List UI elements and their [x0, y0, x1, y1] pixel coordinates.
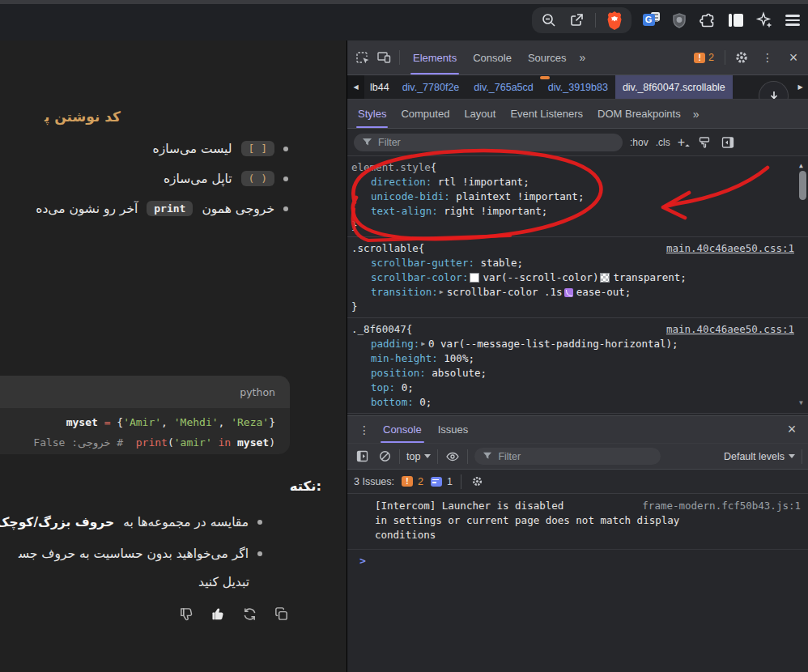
- color-swatch[interactable]: [470, 273, 479, 283]
- css-value[interactable]: right !important;: [438, 204, 547, 219]
- console-filter-input[interactable]: Filter: [474, 448, 661, 465]
- log-levels-dropdown[interactable]: Default levels: [724, 451, 795, 462]
- css-declaration[interactable]: min-height: 100%;: [351, 351, 794, 366]
- menu-hamburger-icon[interactable]: [784, 11, 802, 29]
- scrollbar-down-icon[interactable]: ▼: [799, 396, 803, 410]
- issues-badge[interactable]: ! 2: [694, 52, 714, 63]
- tab-elements[interactable]: Elements: [405, 40, 465, 74]
- css-declaration[interactable]: padding:▶0 var(--message-list-padding-ho…: [351, 337, 794, 351]
- expand-triangle-icon[interactable]: ▶: [440, 285, 444, 300]
- issues-settings-gear-icon[interactable]: [470, 474, 486, 490]
- css-value[interactable]: 100%;: [438, 351, 474, 366]
- console-source-link[interactable]: frame-modern.fcf50b43.js:1: [632, 499, 801, 513]
- breadcrumb-item[interactable]: div._7780f2e: [395, 75, 467, 99]
- thumbs-down-icon[interactable]: [177, 605, 195, 623]
- breadcrumb-scroll-right-icon[interactable]: ▶: [792, 75, 808, 99]
- css-value[interactable]: plaintext !important;: [450, 189, 585, 204]
- css-rule-scrollable[interactable]: .scrollable { main.40c46aee50.css:1 scro…: [347, 237, 808, 318]
- css-declaration[interactable]: top: 0;: [351, 381, 794, 395]
- css-property[interactable]: padding:: [371, 337, 419, 351]
- tab-console[interactable]: Console: [465, 40, 520, 74]
- google-translate-icon[interactable]: G: [642, 11, 660, 29]
- css-declaration[interactable]: bottom: 0;: [351, 395, 794, 410]
- css-value[interactable]: var(--scroll-color): [483, 270, 598, 285]
- css-value[interactable]: stable;: [474, 256, 523, 270]
- new-style-rule-icon[interactable]: +: [678, 135, 689, 150]
- css-property[interactable]: text-align:: [371, 204, 438, 219]
- device-toolbar-icon[interactable]: [373, 47, 394, 68]
- context-selector-dropdown[interactable]: top: [406, 451, 431, 462]
- rule-selector[interactable]: ._8f60047: [351, 322, 406, 337]
- rule-selector[interactable]: .scrollable: [351, 241, 419, 256]
- css-value[interactable]: transparent;: [613, 270, 686, 285]
- css-value[interactable]: 0;: [395, 381, 414, 395]
- css-declaration[interactable]: scrollbar-gutter: stable;: [351, 256, 794, 270]
- css-rule-8f60047[interactable]: ._8f60047 { main.40c46aee50.css:1 paddin…: [347, 318, 808, 414]
- format-brush-icon[interactable]: [696, 134, 712, 151]
- css-property[interactable]: unicode-bidi:: [371, 189, 450, 204]
- leo-ai-sparkle-icon[interactable]: [755, 11, 773, 29]
- css-property[interactable]: position:: [371, 366, 426, 381]
- tab-issues[interactable]: Issues: [430, 416, 477, 443]
- more-tabs-icon[interactable]: »: [575, 51, 591, 64]
- share-icon[interactable]: [568, 11, 585, 29]
- css-value[interactable]: ease-out;: [576, 285, 632, 300]
- color-swatch-transparent[interactable]: [600, 273, 610, 283]
- issues-summary-label[interactable]: 3 Issues:: [354, 476, 394, 487]
- tab-layout[interactable]: Layout: [457, 100, 503, 128]
- breadcrumb-item[interactable]: div._3919b83: [541, 75, 615, 99]
- css-declaration[interactable]: position: absolute;: [351, 366, 794, 381]
- clear-console-icon[interactable]: [376, 449, 393, 465]
- css-property[interactable]: scrollbar-color:: [371, 270, 468, 285]
- css-value[interactable]: 0;: [414, 395, 432, 410]
- more-options-kebab-icon[interactable]: ⋮: [752, 47, 783, 68]
- css-property[interactable]: direction:: [371, 175, 432, 189]
- thumbs-up-icon[interactable]: [209, 605, 227, 623]
- brave-icon[interactable]: [606, 11, 623, 29]
- console-message[interactable]: [Intercom] Launcher is disabled frame-mo…: [347, 494, 808, 550]
- css-property[interactable]: top:: [371, 381, 395, 395]
- css-rule-element-style[interactable]: element.style { direction: rtl !importan…: [347, 156, 808, 237]
- rule-selector[interactable]: element.style: [351, 160, 431, 175]
- console-sidebar-icon[interactable]: [354, 449, 370, 465]
- stylesheet-source-link[interactable]: main.40c46aee50.css:1: [666, 241, 794, 256]
- scrollbar-thumb[interactable]: [799, 171, 806, 200]
- element-classes-button[interactable]: .cls: [656, 137, 670, 148]
- stylesheet-source-link[interactable]: main.40c46aee50.css:1: [666, 322, 794, 337]
- breadcrumb-item-selected[interactable]: div._8f60047.scrollable: [615, 75, 733, 99]
- bezier-editor-icon[interactable]: [564, 288, 573, 297]
- regenerate-icon[interactable]: [240, 605, 258, 623]
- settings-gear-icon[interactable]: [731, 47, 752, 68]
- toggle-element-state-button[interactable]: :hov: [630, 137, 649, 148]
- close-devtools-icon[interactable]: ×: [783, 47, 804, 68]
- toggle-sidebar-panel-icon[interactable]: [720, 134, 736, 151]
- sidebar-icon[interactable]: [727, 11, 745, 29]
- inspect-element-icon[interactable]: [352, 47, 373, 68]
- css-property[interactable]: min-height:: [371, 351, 438, 366]
- styles-filter-input[interactable]: Filter: [354, 134, 623, 151]
- tab-console-drawer[interactable]: Console: [375, 416, 430, 443]
- css-value[interactable]: rtl !important;: [432, 175, 529, 189]
- more-panel-tabs-icon[interactable]: »: [688, 108, 704, 121]
- css-declaration[interactable]: text-align: right !important;: [351, 204, 794, 219]
- css-declaration[interactable]: scrollbar-color:var(--scroll-color)trans…: [351, 270, 794, 285]
- copy-icon[interactable]: [272, 605, 290, 623]
- css-value[interactable]: absolute;: [426, 366, 487, 381]
- css-property[interactable]: bottom:: [371, 395, 414, 410]
- expand-triangle-icon[interactable]: ▶: [421, 337, 425, 351]
- privacy-shield-icon[interactable]: [670, 11, 688, 29]
- console-prompt-chevron[interactable]: >: [347, 550, 808, 572]
- drawer-menu-kebab-icon[interactable]: ⋮: [354, 423, 375, 436]
- css-value[interactable]: 0 var(--message-list-padding-horizontal)…: [428, 337, 678, 351]
- close-drawer-icon[interactable]: ×: [781, 419, 802, 440]
- styles-scrollbar[interactable]: ▲ ▼: [797, 156, 808, 415]
- breadcrumb-item[interactable]: div._765a5cd: [466, 75, 540, 99]
- tab-event-listeners[interactable]: Event Listeners: [503, 100, 590, 128]
- scroll-to-bottom-button[interactable]: [759, 81, 789, 100]
- zoom-out-icon[interactable]: [540, 11, 558, 29]
- tab-sources[interactable]: Sources: [520, 40, 575, 74]
- css-property[interactable]: transition:: [371, 285, 438, 300]
- breadcrumb-scroll-left-icon[interactable]: ◀: [347, 75, 364, 99]
- css-property[interactable]: scrollbar-gutter:: [371, 256, 474, 270]
- css-declaration[interactable]: transition:▶scrollbar-color .1sease-out;: [351, 285, 794, 300]
